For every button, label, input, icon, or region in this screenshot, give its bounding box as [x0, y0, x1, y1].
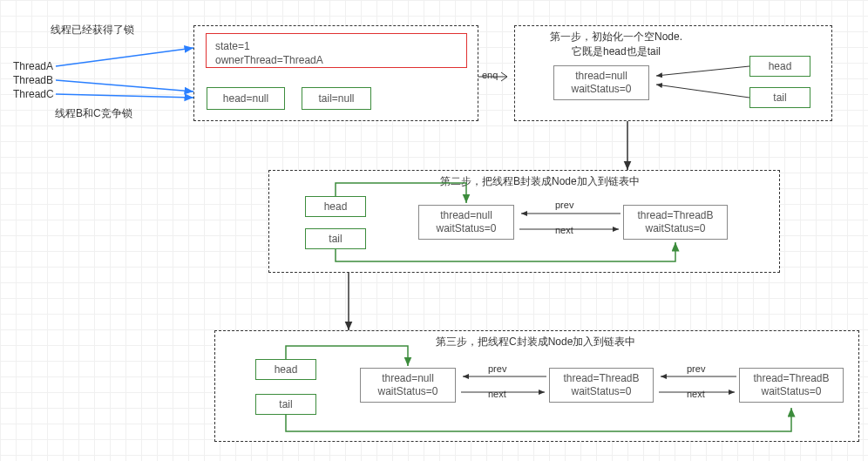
step1-title: 第一步，初始化一个空Node. 它既是head也是tail [538, 30, 695, 59]
step1-title-l1: 第一步，初始化一个空Node. [538, 30, 695, 44]
step1-node-l1: thread=null [561, 70, 641, 83]
tail-null-box: tail=null [302, 87, 371, 110]
step2-head: head [305, 196, 366, 217]
label-competing: 线程B和C竞争锁 [55, 106, 132, 121]
lock-state-box: state=1 ownerThread=ThreadA [206, 33, 467, 68]
label-threadA: ThreadA [13, 60, 53, 72]
step1-head: head [749, 56, 810, 77]
s3-prev1: prev [488, 363, 506, 374]
label-enq: enq [482, 70, 498, 80]
step2-tail: tail [305, 228, 366, 249]
svg-line-0 [56, 48, 193, 66]
label-threadB: ThreadB [13, 74, 53, 86]
head-null-box: head=null [207, 87, 285, 110]
step2-n0-l2: waitStatus=0 [426, 222, 506, 235]
step3-head: head [255, 359, 316, 380]
step1-node: thread=null waitStatus=0 [553, 65, 649, 100]
s3-n0-l2: waitStatus=0 [368, 385, 448, 398]
s3-next1: next [488, 389, 506, 399]
step2-node1: thread=ThreadB waitStatus=0 [623, 205, 728, 240]
svg-line-1 [56, 80, 193, 92]
step2-prev: prev [555, 200, 573, 210]
step1-tail: tail [749, 87, 810, 108]
step2-next: next [555, 225, 573, 235]
step3-node2: thread=ThreadB waitStatus=0 [739, 368, 844, 403]
s3-n1-l1: thread=ThreadB [557, 372, 646, 385]
step1-title-l2: 它既是head也是tail [538, 44, 695, 59]
step2-n0-l1: thread=null [426, 209, 506, 222]
label-lock-acquired: 线程已经获得了锁 [51, 23, 134, 37]
s3-n1-l2: waitStatus=0 [557, 385, 646, 398]
step2-n1-l1: thread=ThreadB [631, 209, 720, 222]
step2-title: 第二步，把线程B封装成Node加入到链表中 [440, 174, 640, 189]
step3-node1: thread=ThreadB waitStatus=0 [549, 368, 654, 403]
diagram-canvas: 线程已经获得了锁 ThreadA ThreadB ThreadC 线程B和C竞争… [0, 0, 868, 461]
step3-title: 第三步，把线程C封装成Node加入到链表中 [436, 335, 635, 349]
s3-next2: next [687, 389, 705, 399]
s3-n0-l1: thread=null [368, 372, 448, 385]
label-threadC: ThreadC [13, 88, 54, 100]
step3-node0: thread=null waitStatus=0 [360, 368, 456, 403]
state-line2: ownerThread=ThreadA [215, 53, 458, 67]
step2-node0: thread=null waitStatus=0 [418, 205, 514, 240]
step2-n1-l2: waitStatus=0 [631, 222, 720, 235]
state-line1: state=1 [215, 39, 458, 53]
svg-line-2 [56, 94, 193, 98]
s3-n2-l1: thread=ThreadB [747, 372, 836, 385]
step1-node-l2: waitStatus=0 [561, 83, 641, 96]
s3-n2-l2: waitStatus=0 [747, 385, 836, 398]
s3-prev2: prev [687, 363, 705, 374]
step3-tail: tail [255, 394, 316, 415]
